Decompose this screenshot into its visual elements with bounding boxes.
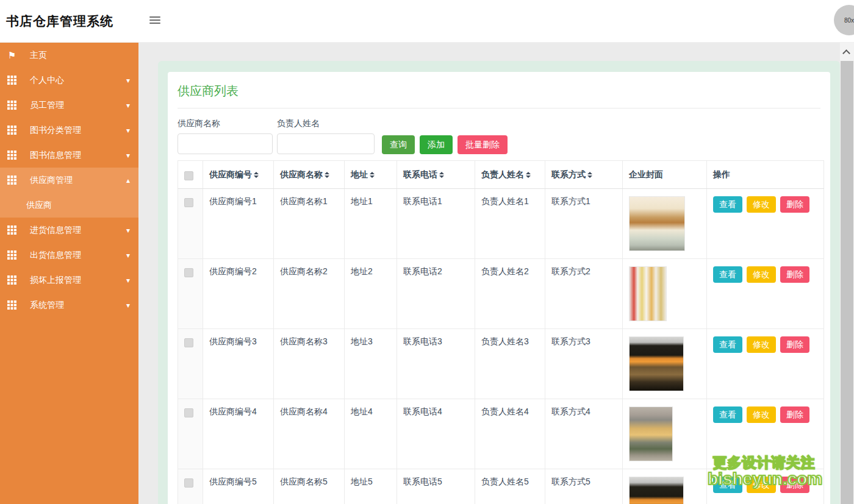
chevron-down-icon: ▾ (126, 101, 130, 110)
sidebar-item-damage-report-management[interactable]: 损坏上报管理 ▾ (0, 268, 138, 293)
sidebar-item-system-management[interactable]: 系统管理 ▾ (0, 293, 138, 318)
row-checkbox[interactable] (184, 198, 193, 207)
supplier-name-field-group: 供应商名称 (178, 118, 273, 154)
table-row: 供应商编号4 供应商名称4 地址4 联系电话4 负责人姓名4 联系方式4 查看 … (178, 399, 824, 469)
view-button[interactable]: 查看 (713, 266, 742, 283)
view-button[interactable]: 查看 (713, 196, 742, 213)
cell-phone: 联系电话3 (397, 329, 475, 399)
sidebar-item-label: 主页 (30, 50, 47, 61)
sort-icon[interactable] (439, 172, 444, 178)
table-row: 供应商编号1 供应商名称1 地址1 联系电话1 负责人姓名1 联系方式1 查看 … (178, 189, 824, 259)
search-form: 供应商名称 负责人姓名 查询 添加 批量删除 (178, 118, 820, 154)
edit-button[interactable]: 修改 (747, 336, 776, 353)
cell-manager: 负责人姓名4 (475, 399, 545, 469)
sort-icon[interactable] (370, 172, 375, 178)
supplier-name-input[interactable] (178, 133, 273, 154)
batch-delete-button[interactable]: 批量删除 (458, 135, 508, 154)
sort-icon[interactable] (325, 172, 329, 178)
cell-contact: 联系方式2 (545, 259, 623, 329)
app-header: 书店仓库管理系统 (0, 0, 854, 43)
cell-supplier-name: 供应商名称5 (274, 469, 345, 504)
delete-button[interactable]: 删除 (780, 266, 809, 283)
row-checkbox[interactable] (184, 408, 193, 417)
scroll-up-arrow-icon[interactable] (842, 49, 850, 57)
edit-button[interactable]: 修改 (747, 406, 776, 423)
chevron-down-icon: ▾ (126, 151, 130, 160)
view-button[interactable]: 查看 (713, 336, 742, 353)
sidebar-item-personal-center[interactable]: 个人中心 ▾ (0, 68, 138, 93)
grid-icon (7, 126, 17, 135)
table-row: 供应商编号2 供应商名称2 地址2 联系电话2 负责人姓名2 联系方式2 查看 … (178, 259, 824, 329)
sidebar-item-label: 图书分类管理 (30, 125, 81, 136)
cell-address: 地址4 (345, 399, 397, 469)
app-title: 书店仓库管理系统 (6, 0, 113, 43)
grid-icon (7, 151, 17, 160)
cell-supplier-id: 供应商编号1 (203, 189, 274, 259)
grid-icon (7, 101, 17, 110)
sidebar-item-home[interactable]: ⚑ 主页 (0, 43, 138, 68)
cell-contact: 联系方式4 (545, 399, 623, 469)
sidebar-item-employee-management[interactable]: 员工管理 ▾ (0, 93, 138, 118)
header-address[interactable]: 地址 (345, 161, 397, 189)
cell-address: 地址1 (345, 189, 397, 259)
view-button[interactable]: 查看 (713, 406, 742, 423)
sidebar-item-label: 图书信息管理 (30, 150, 81, 161)
manager-name-input[interactable] (277, 133, 375, 154)
header-supplier-id[interactable]: 供应商编号 (203, 161, 274, 189)
row-checkbox[interactable] (184, 268, 193, 277)
header-contact[interactable]: 联系方式 (545, 161, 623, 189)
view-button[interactable]: 查看 (713, 477, 742, 493)
sidebar-item-book-category-management[interactable]: 图书分类管理 ▾ (0, 118, 138, 143)
sidebar-item-shipment-info-management[interactable]: 出货信息管理 ▾ (0, 243, 138, 268)
cell-supplier-name: 供应商名称2 (274, 259, 345, 329)
hamburger-menu-icon[interactable] (149, 16, 160, 25)
flag-icon: ⚑ (7, 51, 17, 60)
grid-icon (7, 176, 17, 185)
delete-button[interactable]: 删除 (780, 196, 809, 213)
cell-contact: 联系方式5 (545, 469, 623, 504)
table-row: 供应商编号5 供应商名称5 地址5 联系电话5 负责人姓名5 联系方式5 查看 … (178, 469, 824, 504)
row-checkbox[interactable] (184, 338, 193, 347)
cell-supplier-name: 供应商名称1 (274, 189, 345, 259)
row-checkbox[interactable] (184, 478, 193, 488)
sidebar-item-label: 员工管理 (30, 100, 64, 111)
sort-icon[interactable] (526, 172, 531, 178)
delete-button[interactable]: 删除 (780, 336, 809, 353)
header-supplier-name[interactable]: 供应商名称 (274, 161, 345, 189)
content-panel: 供应商列表 供应商名称 负责人姓名 查询 添加 批量删除 (158, 61, 840, 504)
company-cover-image (629, 336, 684, 391)
select-all-checkbox[interactable] (184, 171, 193, 180)
grid-icon (7, 250, 17, 260)
add-button[interactable]: 添加 (420, 135, 453, 154)
query-button[interactable]: 查询 (382, 135, 415, 154)
table-row: 供应商编号3 供应商名称3 地址3 联系电话3 负责人姓名3 联系方式3 查看 … (178, 329, 824, 399)
edit-button[interactable]: 修改 (747, 477, 776, 493)
sidebar-item-label: 损坏上报管理 (30, 275, 81, 286)
grid-icon (7, 275, 17, 285)
chevron-up-icon: ▴ (126, 176, 130, 185)
sort-icon[interactable] (254, 172, 259, 178)
sidebar-item-supplier-management[interactable]: 供应商管理 ▴ (0, 168, 138, 193)
delete-button[interactable]: 删除 (780, 477, 809, 493)
supplier-name-label: 供应商名称 (178, 118, 273, 129)
manager-name-field-group: 负责人姓名 (277, 118, 375, 154)
scrollbar[interactable] (840, 43, 854, 504)
cell-manager: 负责人姓名1 (475, 189, 545, 259)
sidebar-item-purchase-info-management[interactable]: 进货信息管理 ▾ (0, 218, 138, 243)
sidebar-subitem-label: 供应商 (26, 200, 52, 211)
edit-button[interactable]: 修改 (747, 266, 776, 283)
edit-button[interactable]: 修改 (747, 196, 776, 213)
header-manager[interactable]: 负责人姓名 (475, 161, 545, 189)
header-company-cover: 企业封面 (623, 161, 707, 189)
page-title: 供应商列表 (178, 83, 820, 99)
supplier-table: 供应商编号 供应商名称 地址 联系电话 负责人姓名 联系方式 企业封面 操作 供… (178, 160, 824, 504)
scrollbar-thumb[interactable] (841, 61, 853, 504)
sidebar-subitem-supplier[interactable]: 供应商 (0, 193, 138, 218)
chevron-down-icon: ▾ (126, 226, 130, 235)
header-phone[interactable]: 联系电话 (397, 161, 475, 189)
header-actions: 操作 (707, 161, 824, 189)
sidebar-item-book-info-management[interactable]: 图书信息管理 ▾ (0, 143, 138, 168)
delete-button[interactable]: 删除 (780, 406, 809, 423)
cell-manager: 负责人姓名5 (475, 469, 545, 504)
sort-icon[interactable] (587, 172, 592, 178)
